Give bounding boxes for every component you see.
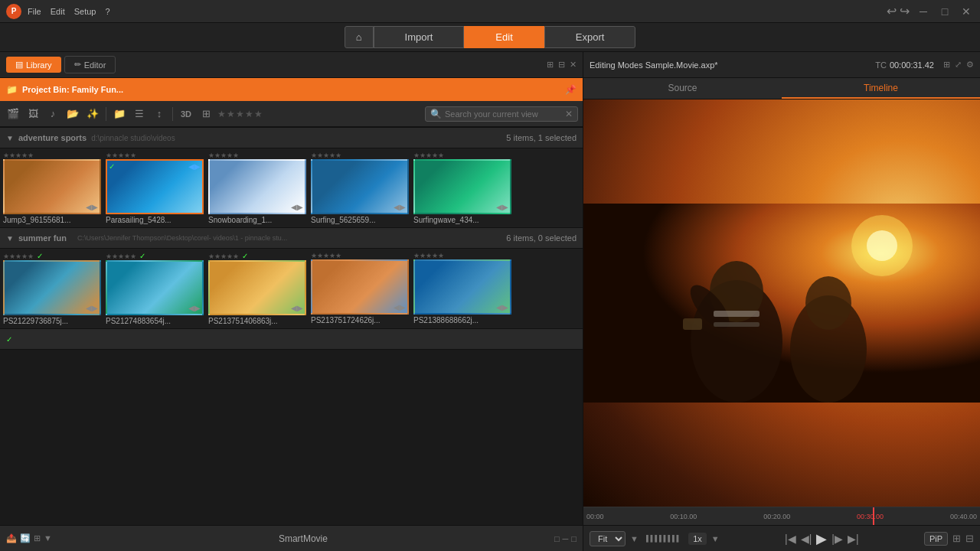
3d-toggle[interactable]: 3D <box>178 106 194 122</box>
thumb-container[interactable]: ◀▶ <box>413 159 511 214</box>
app-logo: P <box>6 4 21 19</box>
thumb-container[interactable]: ◀▶ <box>106 260 204 315</box>
close-button[interactable]: ✕ <box>959 5 974 18</box>
settings-icon[interactable]: ⚙ <box>966 60 974 70</box>
zoom-select[interactable]: Fit <box>590 531 626 546</box>
tab-library[interactable]: ▤ Library <box>6 57 61 73</box>
sm-grid-icon[interactable]: ⊞ <box>34 533 41 543</box>
step-back-button[interactable]: ◀| <box>801 533 812 545</box>
tc-label: TC <box>875 60 887 70</box>
menu-file[interactable]: File <box>28 7 41 16</box>
list-view-icon[interactable]: ☰ <box>131 106 148 122</box>
redo-button[interactable]: ↪ <box>900 4 910 18</box>
pip-icon-2[interactable]: ⊞ <box>952 533 961 544</box>
skip-to-start-button[interactable]: |◀ <box>785 533 796 545</box>
tab-timeline[interactable]: Timeline <box>782 78 980 99</box>
undock-icon[interactable]: ⊞ <box>943 60 950 70</box>
list-item[interactable]: ★★★★★✓ ◀▶ PS213751406863j... <box>208 252 308 325</box>
media-browser[interactable]: ▼ adventure sports d:\pinnacle studio\vi… <box>0 127 583 525</box>
play-button[interactable]: ▶ <box>816 530 827 547</box>
sort-icon[interactable]: ↕ <box>151 106 168 122</box>
menu-setup[interactable]: Setup <box>74 7 96 16</box>
pin-icon[interactable]: 📌 <box>565 84 577 95</box>
edit-button[interactable]: Edit <box>464 26 544 48</box>
editor-tab-icon: ✏ <box>74 60 81 70</box>
toolbar-sep-1 <box>106 107 106 121</box>
show-photo-icon[interactable]: 🖼 <box>24 106 41 122</box>
compact-icon[interactable]: ⊞ <box>547 60 554 70</box>
item-label: Parasailing_5428... <box>106 216 204 224</box>
step-forward-button[interactable]: |▶ <box>831 533 843 545</box>
skip-to-end-button[interactable]: ▶| <box>848 533 859 545</box>
pip-icon-3[interactable]: ⊟ <box>965 533 974 544</box>
fullscreen-icon[interactable]: ⤢ <box>955 60 962 70</box>
list-item[interactable]: ★★★★★ ◀▶ Surfing_5625659... <box>311 152 410 224</box>
show-folder-icon[interactable]: 📂 <box>64 106 81 122</box>
list-item[interactable]: ★★★★★ ◀▶ Snowboarding_1... <box>208 152 308 224</box>
list-item[interactable]: ★★★★★✓ ◀▶ PS21229736875j... <box>3 252 103 325</box>
project-bin-label: Project Bin: Family Fun... <box>22 85 123 94</box>
export-button[interactable]: Export <box>544 26 636 48</box>
item-stars: ★★★★★ <box>208 152 308 159</box>
menu-bar[interactable]: File Edit Setup ? <box>28 7 110 16</box>
search-input[interactable] <box>445 109 562 119</box>
thumb-container[interactable]: ◀▶ <box>208 260 306 315</box>
zoom-chevron[interactable]: ▼ <box>630 534 639 543</box>
window-controls[interactable]: ─ □ ✕ <box>916 5 974 18</box>
project-bin-icon: 📁 <box>6 84 18 95</box>
section-collapse-icon[interactable]: ▼ <box>6 134 14 142</box>
maximize-button[interactable]: □ <box>937 5 952 18</box>
show-effects-icon[interactable]: ✨ <box>84 106 101 122</box>
thumb-container[interactable]: ◀▶ <box>311 259 409 315</box>
titlebar: P File Edit Setup ? ↩ ↪ ─ □ ✕ <box>0 0 980 23</box>
thumb-container[interactable]: ◀▶ <box>208 159 306 214</box>
summer-fun-section: ▼ summer fun C:\Users\Jennifer Thompson\… <box>0 227 583 328</box>
filter-stars[interactable]: ★★★★★ <box>217 109 263 119</box>
import-button[interactable]: Import <box>374 26 465 48</box>
menu-help[interactable]: ? <box>105 7 109 16</box>
section-collapse-icon[interactable]: ▼ <box>6 234 14 243</box>
thumb-badge: ◀▶ <box>394 203 406 211</box>
list-item[interactable]: ★★★★★ ✓ ◀▶ Parasailing_5428... <box>106 152 205 224</box>
check-mark: ✓ <box>109 162 115 171</box>
show-audio-icon[interactable]: ♪ <box>44 106 61 122</box>
thumb-container[interactable]: ◀▶ <box>3 159 101 214</box>
home-button[interactable]: ⌂ <box>345 26 374 48</box>
tab-editor[interactable]: ✏ Editor <box>64 56 116 73</box>
minimize-button[interactable]: ─ <box>916 5 931 18</box>
list-item[interactable]: ★★★★★✓ ◀▶ PS21274883654j... <box>106 252 205 325</box>
pip-button[interactable]: PiP <box>924 532 948 546</box>
sm-slider-icon[interactable]: ─ <box>563 534 569 543</box>
search-box[interactable]: 🔍 ✕ <box>425 106 578 122</box>
item-stars: ★★★★★ <box>413 252 513 259</box>
library-icons: ⊞ ⊟ ✕ <box>547 60 577 70</box>
smartmovie-bar: 📤 🔄 ⊞ ▼ SmartMovie □ ─ □ <box>0 525 583 551</box>
sm-chevron-icon[interactable]: ▼ <box>44 533 52 543</box>
folder-view-icon[interactable]: 📁 <box>111 106 128 122</box>
list-item[interactable]: ★★★★★ ◀▶ PS21388688662j... <box>413 252 513 325</box>
tab-source[interactable]: Source <box>583 78 782 99</box>
thumb-container[interactable]: ◀▶ <box>413 259 511 315</box>
speed-chevron[interactable]: ▼ <box>711 534 720 543</box>
sm-icon-2[interactable]: 🔄 <box>20 533 31 543</box>
thumb-badge: ◀▶ <box>291 203 303 211</box>
list-item[interactable]: ★★★★★ ◀▶ PS213751724626j... <box>311 252 410 325</box>
thumb-badge: ◀▶ <box>86 203 98 211</box>
stereo-icon[interactable]: ⊞ <box>198 106 214 122</box>
clear-search-icon[interactable]: ✕ <box>565 109 573 119</box>
menu-edit[interactable]: Edit <box>51 7 65 16</box>
thumb-container[interactable]: ◀▶ <box>3 260 101 315</box>
left-panel: ▤ Library ✏ Editor ⊞ ⊟ ✕ 📁 Project Bin: … <box>0 52 583 551</box>
ruler-mark: 00:40.00 <box>950 513 977 520</box>
close-panel-icon[interactable]: ✕ <box>570 60 577 70</box>
sm-box2-icon[interactable]: □ <box>571 534 577 543</box>
sm-box-icon[interactable]: □ <box>554 534 560 543</box>
list-item[interactable]: ★★★★★ ◀▶ Jump3_96155681... <box>3 152 103 224</box>
sm-icon-1[interactable]: 📤 <box>6 533 17 543</box>
thumb-container[interactable]: ◀▶ <box>311 159 409 214</box>
undo-button[interactable]: ↩ <box>887 4 897 18</box>
list-item[interactable]: ★★★★★ ◀▶ Surfingwave_434... <box>413 152 513 224</box>
show-video-icon[interactable]: 🎬 <box>5 106 21 122</box>
expand-icon[interactable]: ⊟ <box>558 60 565 70</box>
thumb-container[interactable]: ✓ ◀▶ <box>106 159 204 214</box>
